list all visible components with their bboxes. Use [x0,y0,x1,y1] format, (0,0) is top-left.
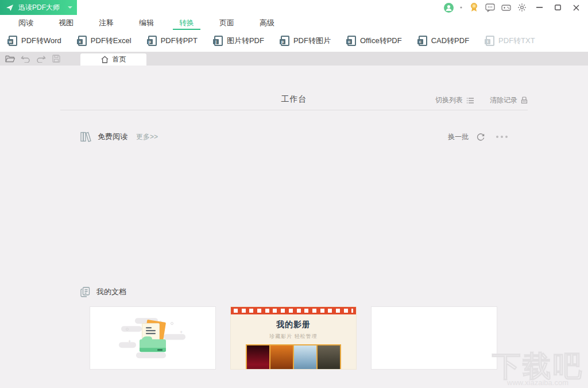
vip-medal-icon[interactable] [469,2,479,13]
gamepad-icon[interactable] [501,2,511,13]
menu-tab-read[interactable]: 阅读 [6,15,46,30]
pdf-to-excel-button[interactable]: x PDF转Excel [78,36,131,46]
clear-history-button[interactable]: 清除记录 [490,95,528,105]
workbench-actions: 切换列表 清除记录 [435,95,528,105]
image-to-pdf-label: 图片转PDF [227,36,264,46]
pdf-to-excel-icon: x [78,36,87,46]
bookshelf-icon [80,132,91,142]
pdf-to-ppt-icon: p [148,36,157,46]
list-view-icon [466,97,474,104]
pdf-to-ppt-label: PDF转PPT [161,36,198,46]
undo-icon[interactable] [20,54,30,63]
more-options-icon[interactable] [496,136,508,138]
app-badge-menu[interactable]: 迅读PDF大师 [0,0,77,15]
free-reading-title: 免费阅读 [98,132,127,142]
user-avatar[interactable] [443,2,454,13]
image-to-pdf-button[interactable]: j 图片转PDF [214,36,264,46]
redo-icon[interactable] [36,54,46,63]
office-to-pdf-icon: o [347,36,356,46]
pdf-to-txt-icon: t [486,36,494,46]
movie-posters: EXTRACTION [246,344,341,370]
pdf-to-image-icon: p [281,36,289,46]
pdf-to-word-icon: w [9,36,17,46]
refresh-icon[interactable] [477,133,485,141]
blank-document-card[interactable] [371,306,497,370]
cad-to-pdf-label: CAD转PDF [431,36,469,46]
open-folder-icon[interactable] [5,54,15,63]
dropdown-caret-icon [68,6,72,9]
pdf-to-ppt-button[interactable]: p PDF转PPT [148,36,198,46]
minimize-button[interactable] [533,2,546,13]
documents-icon [80,287,90,297]
pdf-to-txt-label: PDF转TXT [498,36,535,46]
menu-tab-advanced[interactable]: 高级 [247,15,287,30]
photo-album-card[interactable]: 我的影册 珍藏影片 轻松管理 EXTRACTION [230,306,357,370]
workbench-header: 工作台 切换列表 清除记录 [60,66,528,110]
document-tab-strip: 首页 [0,52,588,66]
menu-tab-convert[interactable]: 转换 [167,15,207,30]
office-to-pdf-button[interactable]: o Office转PDF [347,36,402,46]
switch-list-label: 切换列表 [435,95,463,105]
tab-home[interactable]: 首页 [80,53,146,66]
paper-plane-logo-icon [6,4,14,11]
album-title: 我的影册 [231,320,356,330]
image-to-pdf-icon: j [214,36,223,46]
watermark-url: www.xiazaiba.com [492,378,583,387]
movie-poster-3 [294,345,316,370]
conversion-toolbar: w PDF转Word x PDF转Excel p PDF转PPT j 图片转PD… [0,30,588,52]
menu-tab-page[interactable]: 页面 [207,15,247,30]
title-bar: 迅读PDF大师 [0,0,588,15]
switch-list-button[interactable]: 切换列表 [435,95,474,105]
pdf-to-image-label: PDF转图片 [293,36,331,46]
quick-actions [0,54,67,66]
close-button[interactable] [570,2,582,13]
pdf-to-word-label: PDF转Word [21,36,61,46]
home-tab-label: 首页 [113,55,126,64]
eraser-icon [521,97,528,104]
free-reading-more-link[interactable]: 更多>> [136,132,158,142]
empty-state-illustration: + + + [115,316,190,366]
menu-tab-annotate[interactable]: 注释 [86,15,126,30]
free-reading-empty-area [0,144,588,285]
movie-poster-1 [247,345,269,370]
workbench-title: 工作台 [281,94,307,110]
free-reading-actions: 换一批 [448,132,508,142]
pdf-to-word-button[interactable]: w PDF转Word [9,36,61,46]
pdf-to-txt-button: t PDF转TXT [486,36,535,46]
change-batch-button[interactable]: 换一批 [448,132,469,142]
office-to-pdf-label: Office转PDF [360,36,402,46]
user-menu-dot-icon[interactable] [459,2,463,13]
movie-poster-4: EXTRACTION [318,345,340,370]
cad-to-pdf-icon: c [419,36,427,46]
titlebar-right [443,0,588,15]
clear-history-label: 清除记录 [490,95,517,105]
album-subtitle: 珍藏影片 轻松管理 [231,333,356,340]
menu-tab-edit[interactable]: 编辑 [126,15,167,30]
filmstrip-decoration [231,307,356,314]
free-reading-section: 免费阅读 更多>> 换一批 [80,129,508,144]
menu-tab-view[interactable]: 视图 [46,15,86,30]
feedback-bubble-icon[interactable] [485,2,495,13]
settings-gear-icon[interactable] [517,2,527,13]
save-icon [51,54,61,63]
empty-document-card[interactable]: + + + [90,306,216,370]
my-documents-title: 我的文档 [96,287,126,297]
my-documents-section: 我的文档 [80,285,508,299]
document-cards: + + + 我的影册 珍藏影片 轻松管理 [90,306,588,370]
illustration-folder [140,339,166,352]
app-title: 迅读PDF大师 [18,3,60,13]
pdf-to-image-button[interactable]: p PDF转图片 [281,36,331,46]
cad-to-pdf-button[interactable]: c CAD转PDF [419,36,469,46]
menu-bar: 阅读 视图 注释 编辑 转换 页面 高级 [0,15,588,30]
pdf-to-excel-label: PDF转Excel [91,36,131,46]
movie-poster-2 [270,345,293,370]
home-icon [101,56,109,63]
main-content: 工作台 切换列表 清除记录 免费阅读 更多>> 换一批 [0,66,588,388]
maximize-button[interactable] [551,2,564,13]
